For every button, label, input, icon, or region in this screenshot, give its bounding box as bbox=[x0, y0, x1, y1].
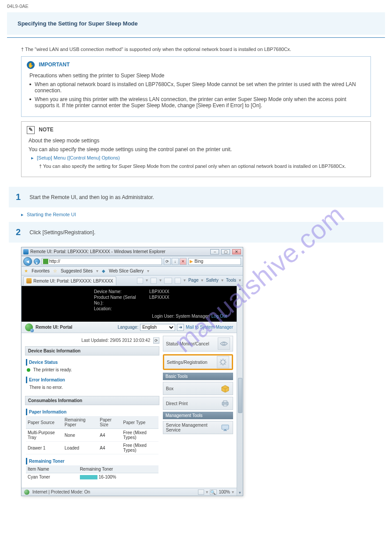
stop-x-button[interactable]: ✕ bbox=[180, 258, 187, 265]
page-id: 04L9-0AE bbox=[0, 0, 392, 11]
remaining-toner-head: Remaining Toner bbox=[26, 458, 158, 464]
important-heading-text: IMPORTANT bbox=[39, 62, 69, 68]
favorites-star-icon[interactable]: ★ bbox=[24, 268, 28, 273]
device-status-head: Device Status bbox=[26, 359, 158, 366]
svg-rect-14 bbox=[223, 404, 227, 406]
favorites-label[interactable]: Favorites bbox=[32, 268, 50, 273]
fav-item2[interactable]: Web Slice Gallery bbox=[109, 268, 144, 273]
menu-safety[interactable]: Safety bbox=[206, 278, 218, 284]
mail-icon[interactable] bbox=[164, 278, 172, 284]
home-icon[interactable] bbox=[137, 278, 143, 284]
back-button[interactable]: ◄ bbox=[23, 257, 32, 266]
feeds-icon[interactable] bbox=[151, 278, 157, 284]
page-content: Device Name:LBPXXXX Product Name (Serial… bbox=[22, 286, 243, 496]
tab-title: Remote UI: Portal: LBPXXXX: LBPXXXX bbox=[33, 279, 113, 283]
menu-tools[interactable]: Tools bbox=[226, 278, 236, 284]
table-header-row: Paper Source Remaining Paper Paper Size … bbox=[26, 416, 158, 429]
fav-item1[interactable]: Suggested Sites bbox=[61, 268, 93, 273]
globe-icon bbox=[24, 490, 29, 495]
step-1-link-text: Starting the Remote UI bbox=[27, 212, 76, 217]
direct-print-tool[interactable]: Direct Print bbox=[163, 397, 233, 410]
svg-line-9 bbox=[221, 364, 222, 365]
scrollbar[interactable]: ▲ ▼ bbox=[237, 286, 243, 496]
last-updated-label: Last Updated: bbox=[81, 338, 108, 343]
browser-tab[interactable]: Remote UI: Portal: LBPXXXX: LBPXXXX bbox=[23, 276, 116, 285]
step-1-link[interactable]: ▸ Starting the Remote UI bbox=[21, 212, 371, 218]
bing-icon: ▶ bbox=[190, 259, 193, 264]
toner-table: Item Name Remaining Toner Cyan Toner 16-… bbox=[26, 465, 158, 481]
box-tool[interactable]: Box bbox=[163, 382, 233, 395]
note-footnote: † You can also specify the setting for S… bbox=[39, 163, 365, 169]
zone-icon[interactable] bbox=[198, 490, 204, 495]
print-icon[interactable] bbox=[175, 278, 181, 284]
language-go-button[interactable]: ➜ bbox=[177, 324, 184, 331]
important-icon: ✋ bbox=[27, 61, 35, 69]
sms-tool[interactable]: Service Management Service bbox=[163, 421, 233, 434]
step-2-number: 2 bbox=[16, 227, 24, 237]
product-name-value: LBPXXXX bbox=[149, 294, 169, 306]
toner-th1: Remaining Toner bbox=[78, 465, 158, 473]
scroll-down-icon[interactable]: ▼ bbox=[238, 491, 242, 495]
toolbar-buttons: ⟳ ↓ ✕ bbox=[164, 258, 187, 265]
settings-registration-button[interactable]: Settings/Registration bbox=[163, 354, 233, 370]
svg-rect-16 bbox=[224, 429, 226, 430]
status-monitor-button[interactable]: Status Monitor/Cancel bbox=[163, 336, 233, 352]
step-1-text: Start the Remote UI, and then log in as … bbox=[29, 194, 154, 200]
note-link[interactable]: ▸ [Setup] Menu ([Control Menu] Options) bbox=[31, 155, 365, 161]
panel-device-basic: Device Basic Information bbox=[25, 346, 159, 355]
stop-button[interactable]: ↓ bbox=[172, 258, 179, 265]
maximize-button[interactable]: ▢ bbox=[221, 249, 230, 254]
paper-th3: Paper Type bbox=[121, 416, 158, 429]
paper-info-head: Paper Information bbox=[26, 409, 158, 415]
important-line1: Precautions when setting the printer to … bbox=[29, 73, 365, 79]
ie-tools: ▾ ▾ ▾ Page▾ Safety▾ Tools▾ bbox=[137, 278, 241, 284]
management-tools-head: Management Tools bbox=[163, 412, 233, 419]
logout-link[interactable]: Log Out bbox=[211, 314, 227, 319]
forward-button[interactable]: ▸ bbox=[34, 258, 40, 265]
arrow-icon: ▸ bbox=[31, 155, 34, 160]
status-dot-icon bbox=[27, 368, 30, 372]
note-box: ✎ NOTE About the sleep mode settings You… bbox=[21, 121, 371, 177]
section-heading: Specifying the Setting for Super Sleep M… bbox=[7, 12, 385, 35]
refresh-button[interactable]: ⟳ bbox=[164, 258, 171, 265]
step-2: 2 Click [Settings/Registration]. bbox=[9, 222, 383, 243]
scrollbar-thumb[interactable] bbox=[238, 378, 242, 413]
direct-print-label: Direct Print bbox=[166, 401, 187, 406]
important-bullet1: When an optional network board is instal… bbox=[35, 81, 365, 94]
portal-left-column: Last Updated: 29/05 2012 10:03:42 ⟳ Devi… bbox=[25, 336, 159, 484]
address-bar[interactable]: http:// bbox=[42, 258, 162, 265]
table-header-row: Item Name Remaining Toner bbox=[26, 465, 158, 473]
note-line1: About the sleep mode settings bbox=[29, 138, 365, 144]
important-box: ✋ IMPORTANT Precautions when setting the… bbox=[21, 56, 371, 117]
zoom-icon[interactable]: 🔍 bbox=[210, 490, 217, 495]
error-info-head: Error Information bbox=[26, 377, 158, 383]
portal-logo-icon bbox=[25, 323, 33, 331]
svg-line-8 bbox=[225, 360, 226, 361]
svg-rect-13 bbox=[223, 401, 227, 403]
paper-table: Paper Source Remaining Paper Paper Size … bbox=[26, 416, 158, 454]
browser-toolbar: ◄ ▸ http:// ⟳ ↓ ✕ ▶ Bing bbox=[22, 256, 243, 267]
window-favicon-icon bbox=[23, 249, 29, 254]
device-name-value: LBPXXXX bbox=[149, 289, 169, 294]
toner-bar-icon bbox=[80, 475, 97, 479]
language-select[interactable]: English bbox=[140, 324, 175, 331]
eye-icon bbox=[218, 337, 230, 350]
note-line2: You can also specify the sleep mode sett… bbox=[29, 146, 365, 152]
refresh-button[interactable]: ⟳ bbox=[153, 337, 159, 344]
note-icon: ✎ bbox=[27, 126, 35, 134]
minimize-button[interactable]: – bbox=[210, 249, 219, 254]
window-title-text: Remote UI: Portal: LBPXXXX: LBPXXXX - Wi… bbox=[30, 249, 165, 254]
search-box[interactable]: ▶ Bing bbox=[188, 258, 241, 265]
portal-right-column: Status Monitor/Cancel Settings/Registrat… bbox=[163, 336, 233, 484]
note-heading: ✎ NOTE bbox=[27, 126, 365, 134]
status-line: The printer is ready. bbox=[26, 366, 158, 375]
slice-icon: ◆ bbox=[102, 268, 105, 273]
close-button[interactable]: ✕ bbox=[232, 249, 241, 254]
favorites-bar: ★ Favorites ☆ Suggested Sites ▾ ◆ Web Sl… bbox=[22, 267, 243, 276]
scroll-up-icon[interactable]: ▲ bbox=[238, 287, 242, 291]
mail-to-manager-link[interactable]: Mail to System Manager bbox=[186, 325, 233, 330]
window-titlebar: Remote UI: Portal: LBPXXXX: LBPXXXX - Wi… bbox=[22, 247, 243, 256]
monitor-icon bbox=[221, 423, 230, 432]
menu-page[interactable]: Page bbox=[188, 278, 198, 284]
paper-th2: Paper Size bbox=[98, 416, 121, 429]
